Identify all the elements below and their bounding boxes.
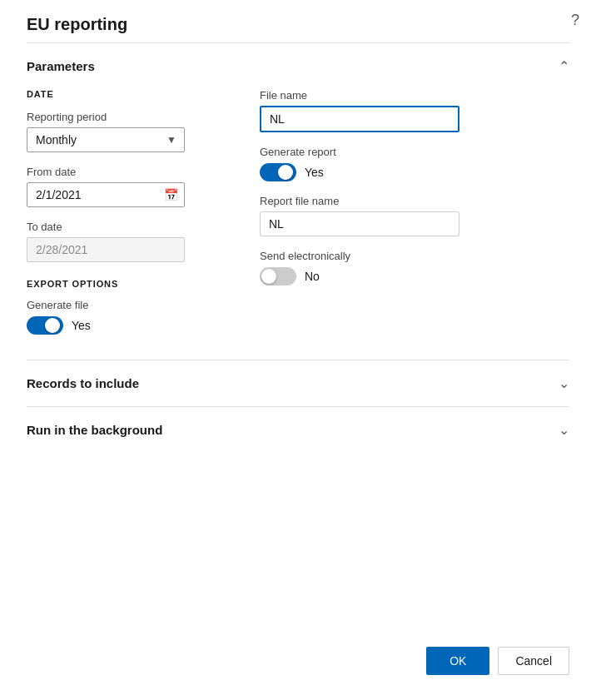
parameters-title: Parameters [27,59,95,73]
to-date-label: To date [27,221,226,233]
generate-file-label: Generate file [27,299,226,311]
records-section-header[interactable]: Records to include ⌄ [27,360,569,406]
file-name-input[interactable] [260,106,459,132]
bottom-buttons: OK Cancel [426,647,569,675]
to-date-wrapper [27,237,185,262]
ok-button[interactable]: OK [426,647,489,675]
from-date-wrapper: 📅 [27,182,185,207]
generate-file-value: Yes [72,319,91,332]
reporting-period-select[interactable]: Monthly Quarterly Yearly [27,127,185,152]
report-file-name-group: Report file name [260,195,569,236]
send-electronically-label: Send electronically [260,250,569,262]
generate-file-toggle[interactable] [27,316,63,335]
generate-report-toggle-thumb [278,165,293,180]
background-title: Run in the background [27,423,162,437]
date-section-title: DATE [27,89,226,99]
parameters-section: Parameters ⌃ DATE Reporting period Month… [27,42,569,360]
generate-report-value: Yes [305,166,324,179]
reporting-period-dropdown-wrapper: Monthly Quarterly Yearly ▼ [27,127,185,152]
parameters-chevron-up-icon: ⌃ [559,58,569,74]
generate-report-label: Generate report [260,146,569,158]
parameters-body: DATE Reporting period Monthly Quarterly … [27,89,569,360]
from-date-group: From date 📅 [27,166,226,207]
reporting-period-label: Reporting period [27,111,226,123]
from-date-input[interactable] [27,182,185,207]
send-electronically-value: No [305,270,320,283]
generate-file-toggle-row: Yes [27,316,226,335]
parameters-section-header[interactable]: Parameters ⌃ [27,43,569,89]
from-date-label: From date [27,166,226,178]
cancel-button[interactable]: Cancel [498,647,569,675]
send-electronically-group: Send electronically No [260,250,569,285]
records-chevron-icon: ⌄ [559,375,569,391]
right-column: File name Generate report Yes Report fil… [260,89,569,335]
reporting-period-group: Reporting period Monthly Quarterly Yearl… [27,111,226,152]
help-icon[interactable]: ? [571,12,579,29]
send-electronically-toggle-row: No [260,267,569,285]
to-date-input [27,237,185,262]
generate-report-group: Generate report Yes [260,146,569,181]
report-file-name-label: Report file name [260,195,569,207]
records-title: Records to include [27,376,139,390]
file-name-label: File name [260,89,569,102]
background-chevron-icon: ⌄ [559,422,569,438]
generate-file-toggle-thumb [45,318,60,333]
page-title: EU reporting [0,0,596,42]
generate-report-toggle-row: Yes [260,163,569,181]
report-file-name-input[interactable] [260,211,459,236]
send-electronically-toggle-thumb [261,269,276,284]
file-name-group: File name [260,89,569,132]
to-date-group: To date [27,221,226,262]
records-section: Records to include ⌄ [27,360,569,406]
background-section-header[interactable]: Run in the background ⌄ [27,407,569,453]
send-electronically-toggle[interactable] [260,267,296,285]
export-options-title: EXPORT OPTIONS [27,279,226,289]
date-column: DATE Reporting period Monthly Quarterly … [27,89,226,335]
background-section: Run in the background ⌄ [27,406,569,453]
generate-report-toggle[interactable] [260,163,296,181]
